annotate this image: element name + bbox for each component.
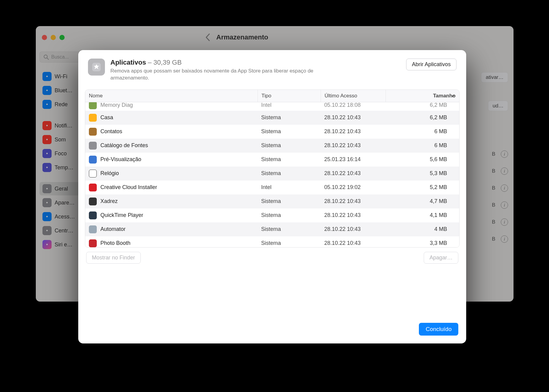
app-type: Sistema (258, 195, 321, 208)
app-size: 4,1 MB (386, 209, 459, 221)
info-icon[interactable]: i (501, 218, 508, 226)
applications-icon (88, 59, 105, 76)
app-icon (89, 156, 97, 164)
table-row[interactable]: QuickTime PlayerSistema28.10.22 10:434,1… (85, 208, 459, 222)
action-pill[interactable]: ud… (488, 101, 508, 111)
bell-icon: • (42, 121, 52, 130)
table-row[interactable]: RelógioSistema28.10.22 10:435,3 MB (85, 167, 459, 181)
app-name: Automator (100, 226, 126, 232)
app-size: 5,3 MB (386, 167, 459, 180)
zoom-icon[interactable] (59, 35, 65, 40)
storage-row: Bi (492, 184, 508, 192)
app-name: Photo Booth (100, 240, 130, 246)
delete-button[interactable]: Apagar… (424, 252, 458, 264)
app-date: 28.10.22 10:43 (321, 223, 386, 235)
sidebar-item-label: Som (55, 137, 66, 143)
app-type: Sistema (258, 111, 321, 124)
hourglass-icon: • (42, 163, 52, 172)
app-size: 4,7 MB (386, 195, 459, 208)
table-row[interactable]: AutomatorSistema28.10.22 10:434 MB (85, 222, 459, 236)
moon-icon: • (42, 149, 52, 158)
app-size: 6,2 MB (386, 111, 459, 124)
app-date: 28.10.22 10:43 (321, 237, 386, 247)
app-size: 5,2 MB (386, 181, 459, 194)
app-size: 4 MB (386, 223, 459, 235)
app-type: Sistema (258, 209, 321, 221)
app-icon (89, 128, 97, 136)
app-name: Creative Cloud Installer (100, 184, 157, 191)
sidebar-item-label: Wi-Fi (55, 73, 67, 80)
sidebar-item-label: Acess… (55, 214, 75, 220)
app-type: Sistema (258, 125, 321, 138)
bluetooth-icon: • (42, 86, 52, 95)
storage-row: Bi (492, 235, 508, 243)
info-icon[interactable]: i (501, 235, 508, 243)
app-size: 6,2 MB (386, 102, 459, 111)
siri-icon: • (42, 240, 52, 249)
app-name: Catálogo de Fontes (100, 142, 148, 149)
minimize-icon[interactable] (51, 35, 56, 40)
col-type[interactable]: Tipo (258, 90, 321, 102)
app-type: Intel (258, 102, 321, 111)
app-icon (89, 198, 97, 205)
window-controls (42, 35, 65, 40)
app-type: Intel (258, 181, 321, 194)
table-row[interactable]: Creative Cloud InstallerIntel05.10.22 19… (85, 181, 459, 194)
globe-icon: • (42, 100, 52, 109)
col-size[interactable]: Tamanho (386, 90, 459, 102)
app-type: Sistema (258, 167, 321, 180)
app-icon (89, 170, 97, 177)
sidebar-item-label: Geral (55, 186, 68, 192)
storage-apps-sheet: Aplicativos – 30,39 GB Remova apps que p… (78, 50, 466, 343)
app-type: Sistema (258, 223, 321, 235)
col-date[interactable]: Último Acesso (321, 90, 386, 102)
wifi-icon: • (42, 72, 52, 81)
table-row[interactable]: Pré-VisualizaçãoSistema25.01.23 16:145,6… (85, 153, 459, 167)
sidebar-item-label: Foco (55, 150, 67, 157)
chevron-down-icon (451, 94, 455, 97)
contrast-icon: • (42, 198, 52, 207)
info-icon[interactable]: i (501, 184, 508, 192)
content-right: ativar… ud… BiBiBiBiBiBi (481, 72, 508, 243)
app-size: 5,6 MB (386, 153, 459, 166)
sidebar-item-label: Temp… (55, 164, 73, 171)
app-icon (89, 102, 97, 109)
app-name: Memory Diag (100, 102, 133, 109)
table-row[interactable]: CasaSistema28.10.22 10:436,2 MB (85, 111, 459, 125)
sound-icon: • (42, 135, 52, 144)
sidebar-item-label: Bluet… (55, 87, 72, 94)
close-icon[interactable] (42, 35, 47, 40)
table-row[interactable]: Photo BoothSistema28.10.22 10:433,3 MB (85, 236, 459, 247)
app-size: 6 MB (386, 139, 459, 152)
table-row[interactable]: ContatosSistema28.10.22 10:436 MB (85, 125, 459, 139)
storage-size: B (492, 185, 495, 191)
app-size: 3,3 MB (386, 237, 459, 247)
info-icon[interactable]: i (501, 167, 508, 175)
app-size: 6 MB (386, 125, 459, 138)
app-date: 28.10.22 10:43 (321, 125, 386, 138)
titlebar: Armazenamento (36, 26, 514, 49)
storage-size: B (492, 151, 495, 157)
action-pill[interactable]: ativar… (481, 72, 508, 83)
done-button[interactable]: Concluído (419, 323, 458, 336)
back-button[interactable] (201, 31, 214, 44)
table-row[interactable]: XadrezSistema28.10.22 10:434,7 MB (85, 194, 459, 208)
app-name: QuickTime Player (100, 212, 143, 218)
storage-size: B (492, 219, 495, 225)
sidebar-item-label: Notifi… (55, 123, 72, 129)
table-row[interactable]: Catálogo de FontesSistema28.10.22 10:436… (85, 139, 459, 153)
sidebar-item-label: Siri e… (55, 242, 72, 248)
app-date: 28.10.22 10:43 (321, 167, 386, 180)
info-icon[interactable]: i (501, 201, 508, 209)
info-icon[interactable]: i (501, 150, 508, 158)
col-name[interactable]: Nome (85, 90, 258, 102)
table-row[interactable]: Memory DiagIntel05.10.22 18:086,2 MB (85, 102, 459, 111)
show-in-finder-button[interactable]: Mostrar no Finder (86, 252, 141, 264)
storage-row: Bi (492, 150, 508, 158)
search-placeholder: Busca... (51, 54, 69, 60)
open-applications-button[interactable]: Abrir Aplicativos (406, 59, 456, 70)
sheet-subtitle: Remova apps que possam ser baixados nova… (110, 68, 341, 82)
access-icon: • (42, 212, 52, 221)
app-name: Xadrez (100, 198, 118, 204)
storage-row: Bi (492, 167, 508, 175)
